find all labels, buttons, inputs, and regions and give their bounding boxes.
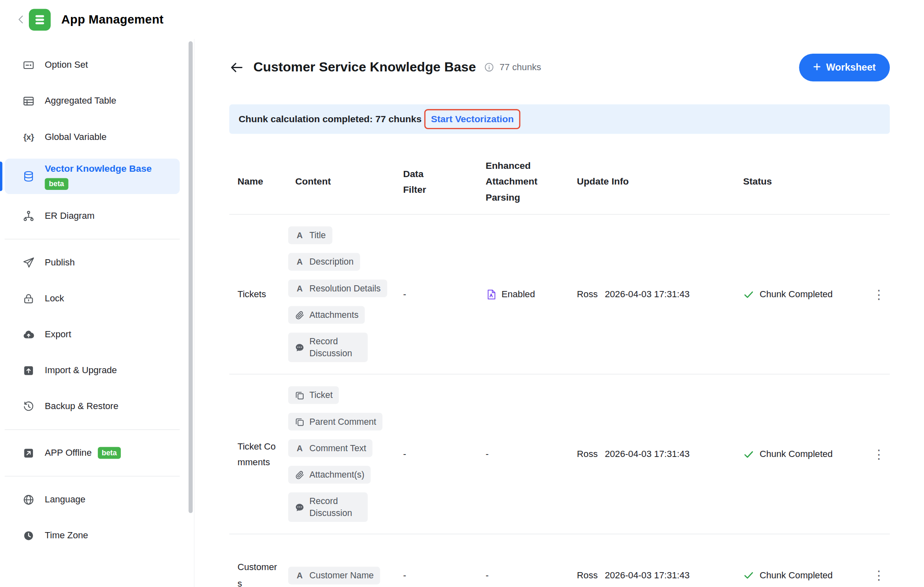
sidebar-item-publish[interactable]: Publish xyxy=(5,248,179,277)
beta-badge: beta xyxy=(45,178,68,190)
sidebar-item-label-wrap: APP Offlinebeta xyxy=(45,447,121,459)
field-tag-label: Record Discussion xyxy=(309,336,361,359)
sidebar-item-label-wrap: Lock xyxy=(45,293,64,305)
chunk-status-banner: Chunk calculation completed: 77 chunks S… xyxy=(229,104,890,134)
field-tag-label: Title xyxy=(309,230,326,241)
table-body: TicketsATitleADescriptionAResolution Det… xyxy=(229,215,890,587)
field-tag: Record Discussion xyxy=(288,333,368,362)
field-tag-label: Record Discussion xyxy=(309,495,361,519)
sidebar-item-vector-knowledge-base[interactable]: Vector Knowledge Basebeta xyxy=(5,159,179,194)
sidebar-item-label-wrap: Backup & Restore xyxy=(45,400,118,412)
attachment-icon xyxy=(295,310,304,320)
field-tag: Attachments xyxy=(288,306,365,324)
sidebar-item-label: Language xyxy=(45,494,86,506)
add-worksheet-button[interactable]: + Worksheet xyxy=(799,53,890,81)
back-arrow-icon[interactable] xyxy=(229,60,244,75)
row-content-fields: TicketParent CommentAComment TextAttachm… xyxy=(288,374,403,534)
lock-icon xyxy=(22,292,35,305)
info-icon[interactable] xyxy=(483,62,494,73)
sidebar-item-time-zone[interactable]: Time Zone xyxy=(5,521,179,550)
global-variable-icon: {x} xyxy=(22,130,35,143)
sidebar-item-export[interactable]: Export xyxy=(5,320,179,349)
sidebar-item-label: Time Zone xyxy=(45,530,88,542)
row-status: Chunk Completed xyxy=(743,448,867,459)
document-a-icon xyxy=(486,289,497,300)
column-header-name: Name xyxy=(229,174,288,190)
worksheet-button-label: Worksheet xyxy=(826,62,876,73)
row-enhanced-parsing: Enabled xyxy=(486,289,577,300)
import-upgrade-icon xyxy=(22,364,35,376)
sidebar-item-label-wrap: Export xyxy=(45,329,71,341)
text-field-icon: A xyxy=(295,230,304,240)
row-status: Chunk Completed xyxy=(743,289,867,300)
sidebar-item-label-wrap: Vector Knowledge Basebeta xyxy=(45,163,160,190)
row-data-filter: - xyxy=(403,570,486,581)
export-icon xyxy=(22,328,35,341)
updated-at: 2026-04-03 17:31:43 xyxy=(605,449,690,459)
column-header-update-info: Update Info xyxy=(577,174,743,190)
sidebar-item-backup-restore[interactable]: Backup & Restore xyxy=(5,392,179,421)
sidebar-item-global-variable[interactable]: {x}Global Variable xyxy=(5,123,179,151)
sidebar-item-aggregated-table[interactable]: Aggregated Table xyxy=(5,87,179,115)
sidebar-item-import-upgrade[interactable]: Import & Upgrade xyxy=(5,356,179,385)
app-header: App Management xyxy=(0,0,924,39)
sidebar-item-label: Backup & Restore xyxy=(45,400,118,412)
field-tag: ACustomer Name xyxy=(288,566,380,584)
sidebar-item-er-diagram[interactable]: ER Diagram xyxy=(5,202,179,230)
field-tag: ATitle xyxy=(288,227,332,244)
sidebar-item-label-wrap: Language xyxy=(45,494,86,506)
sidebar-item-app-offline[interactable]: APP Offlinebeta xyxy=(5,439,179,467)
check-icon xyxy=(743,448,754,459)
column-header-enhanced-attachment-parsing: Enhanced Attachment Parsing xyxy=(486,158,553,206)
sidebar-item-label-wrap: Import & Upgrade xyxy=(45,365,117,376)
row-actions-menu[interactable]: ⋮ xyxy=(867,288,890,301)
text-field-icon: A xyxy=(295,257,304,267)
sidebar-item-label-wrap: Option Set xyxy=(45,59,88,71)
sidebar-divider xyxy=(5,476,179,476)
updated-by: Ross xyxy=(577,449,598,459)
field-tag-label: Attachment(s) xyxy=(309,469,364,481)
status-label: Chunk Completed xyxy=(759,570,832,581)
updated-by: Ross xyxy=(577,289,598,300)
sidebar-item-label-wrap: Publish xyxy=(45,256,75,268)
sidebar: Option SetAggregated Table{x}Global Vari… xyxy=(0,39,194,587)
row-name: Customers xyxy=(229,559,281,587)
sidebar-item-label: Import & Upgrade xyxy=(45,365,117,376)
field-tag: Ticket xyxy=(288,386,339,404)
back-chevron-icon[interactable] xyxy=(15,14,27,26)
field-tag-label: Ticket xyxy=(309,389,332,401)
field-tag: AResolution Details xyxy=(288,279,387,297)
sidebar-item-label: Vector Knowledge Base xyxy=(45,163,152,175)
page-title-row: Customer Service Knowledge Base 77 chunk… xyxy=(229,53,890,82)
aggregated-table-icon xyxy=(22,95,35,107)
status-label: Chunk Completed xyxy=(759,289,832,300)
app-logo-icon xyxy=(29,9,51,31)
text-field-icon: A xyxy=(295,283,304,293)
row-actions-menu[interactable]: ⋮ xyxy=(867,569,890,582)
sidebar-item-language[interactable]: Language xyxy=(5,485,179,514)
field-tag-label: Resolution Details xyxy=(309,282,381,294)
row-actions-menu[interactable]: ⋮ xyxy=(867,448,890,460)
sidebar-divider xyxy=(5,239,179,239)
sidebar-item-label: Lock xyxy=(45,293,64,305)
sidebar-item-option-set[interactable]: Option Set xyxy=(5,51,179,79)
worksheet-icon xyxy=(295,417,304,426)
knowledge-base-table: NameContentData FilterEnhanced Attachmen… xyxy=(229,150,890,587)
backup-restore-icon xyxy=(22,400,35,412)
sidebar-item-label-wrap: Aggregated Table xyxy=(45,95,116,107)
page-title: Customer Service Knowledge Base xyxy=(253,59,476,75)
updated-at: 2026-04-03 17:31:43 xyxy=(605,289,690,300)
attachment-icon xyxy=(295,470,304,480)
field-tag: Record Discussion xyxy=(288,492,368,522)
row-status: Chunk Completed xyxy=(743,570,867,581)
status-label: Chunk Completed xyxy=(759,449,832,459)
start-vectorization-link[interactable]: Start Vectorization xyxy=(431,114,514,125)
sidebar-item-lock[interactable]: Lock xyxy=(5,284,179,313)
publish-icon xyxy=(22,256,35,269)
sidebar-item-label-wrap: Global Variable xyxy=(45,131,107,143)
option-set-icon xyxy=(22,59,35,71)
sidebar-scrollbar-thumb[interactable] xyxy=(189,41,193,513)
discussion-icon xyxy=(295,502,304,512)
row-name: Ticket Comments xyxy=(229,438,281,470)
row-enhanced-parsing: - xyxy=(486,449,577,459)
